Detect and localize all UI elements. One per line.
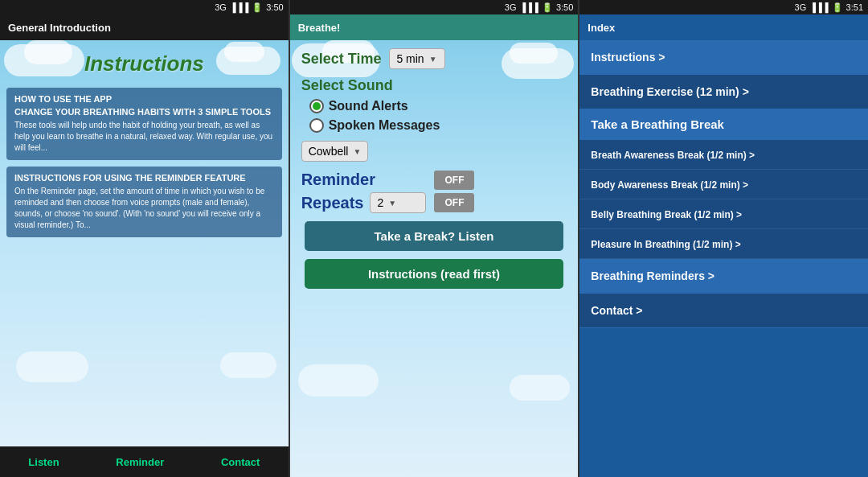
breath-awareness-item[interactable]: Breath Awareness Break (1/2 min) > [579, 140, 868, 170]
belly-breathing-item[interactable]: Belly Breathing Break (1/2 min) > [579, 199, 868, 229]
listen-button[interactable]: Listen [22, 453, 65, 471]
s2-main-content: Select Time 5 min ▼ Select Sound Sound A… [290, 40, 579, 297]
contact-button[interactable]: Contact [215, 453, 266, 471]
app-bar-3: Index [579, 14, 868, 40]
reminder-label: Reminder [301, 170, 427, 189]
s1-card1-body: These tools will help undo the habit of … [14, 120, 274, 154]
app-bar-2: Breathe! [290, 14, 579, 40]
time-3: 3:51 [846, 2, 863, 12]
s3-index-list: Instructions > Breathing Exercise (12 mi… [579, 40, 868, 477]
reminder-button[interactable]: Reminder [109, 453, 170, 471]
s1-card1-header: HOW TO USE THE APP [14, 94, 274, 104]
breath-awareness-label: Breath Awareness Break (1/2 min) > [591, 150, 755, 161]
instructions-button[interactable]: Instructions (read first) [305, 259, 564, 289]
pleasure-breathing-label: Pleasure In Breathing (1/2 min) > [591, 239, 740, 250]
select-sound-label: Select Sound [301, 77, 393, 93]
take-breathing-break-header: Take a Breathing Break [579, 109, 868, 140]
take-break-button[interactable]: Take a Break? Listen [305, 221, 564, 251]
sound-alerts-row[interactable]: Sound Alerts [309, 99, 567, 113]
screen2-bg: Select Time 5 min ▼ Select Sound Sound A… [290, 40, 579, 477]
pleasure-breathing-item[interactable]: Pleasure In Breathing (1/2 min) > [579, 229, 868, 259]
toggle-1[interactable]: OFF [434, 171, 474, 190]
contact-item[interactable]: Contact > [579, 294, 868, 328]
repeats-dropdown-arrow: ▼ [388, 199, 396, 208]
signal-icon-3: 3G [795, 2, 807, 12]
repeats-value: 2 [377, 196, 383, 209]
screen-1: 3G ▐▐▐ 🔋 3:50 General Introduction Instr… [0, 0, 289, 477]
time-dropdown[interactable]: 5 min ▼ [389, 48, 445, 69]
repeats-label: Repeats [301, 193, 364, 212]
reminder-label-block: Reminder Repeats 2 ▼ [301, 170, 427, 213]
status-bar-3: 3G ▐▐▐ 🔋 3:51 [579, 0, 868, 14]
breathing-reminders-item[interactable]: Breathing Reminders > [579, 259, 868, 294]
app-title-1: General Introduction [8, 22, 111, 34]
battery-icon-3: 🔋 [832, 2, 843, 13]
toggle-2[interactable]: OFF [434, 193, 474, 212]
time-dropdown-arrow: ▼ [429, 55, 437, 64]
spoken-messages-label: Spoken Messages [329, 118, 440, 133]
breathing-reminders-label: Breathing Reminders > [591, 269, 714, 282]
select-time-row: Select Time 5 min ▼ [301, 48, 567, 69]
signal-icon-2: 3G [505, 2, 517, 12]
status-bar-2: 3G ▐▐▐ 🔋 3:50 [290, 0, 579, 14]
belly-breathing-label: Belly Breathing Break (1/2 min) > [591, 209, 742, 220]
time-value: 5 min [396, 52, 424, 65]
s1-card-1: HOW TO USE THE APP CHANGE YOUR BREATHING… [6, 88, 282, 160]
screen1-bg: Instructions HOW TO USE THE APP CHANGE Y… [0, 40, 289, 446]
cowbell-dropdown-arrow: ▼ [353, 147, 361, 156]
spoken-messages-row[interactable]: Spoken Messages [309, 118, 567, 133]
repeats-dropdown[interactable]: 2 ▼ [370, 192, 426, 213]
index-breathing-exercise-item[interactable]: Breathing Exercise (12 min) > [579, 75, 868, 109]
select-time-label: Select Time [301, 51, 382, 68]
wifi-icon-2: ▐▐▐ [520, 2, 538, 12]
battery-icon-1: 🔋 [252, 2, 263, 13]
select-sound-section: Select Sound Sound Alerts Spoken Message… [301, 77, 567, 133]
s1-card-2: INSTRUCTIONS FOR USING THE REMINDER FEAT… [6, 167, 282, 237]
toggles-block: OFF OFF [434, 171, 474, 212]
sound-alerts-radio-inner [313, 102, 321, 110]
app-title-2: Breathe! [298, 22, 341, 34]
cowbell-dropdown[interactable]: Cowbell ▼ [301, 141, 369, 162]
contact-label: Contact > [591, 304, 642, 317]
s1-card2-body: On the Reminder page, set the amount of … [14, 186, 274, 231]
signal-icon-1: 3G [215, 2, 227, 12]
app-title-3: Index [588, 22, 615, 34]
index-breathing-exercise-label: Breathing Exercise (12 min) > [591, 85, 748, 98]
screen-3: 3G ▐▐▐ 🔋 3:51 Index Instructions > Breat… [578, 0, 868, 477]
reminder-repeats-section: Reminder Repeats 2 ▼ OFF OFF [301, 170, 567, 213]
body-awareness-label: Body Awareness Break (1/2 min) > [591, 179, 748, 191]
sound-alerts-label: Sound Alerts [329, 99, 408, 113]
sound-alerts-radio[interactable] [309, 99, 324, 113]
s1-title: Instructions [6, 51, 282, 76]
take-breathing-break-label: Take a Breathing Break [591, 117, 724, 131]
s1-card2-header: INSTRUCTIONS FOR USING THE REMINDER FEAT… [14, 173, 274, 183]
spoken-messages-radio[interactable] [309, 118, 324, 133]
cowbell-row: Cowbell ▼ [301, 141, 567, 162]
battery-icon-2: 🔋 [542, 2, 553, 13]
screen-2: 3G ▐▐▐ 🔋 3:50 Breathe! Select Time 5 min… [289, 0, 579, 477]
status-bar-1: 3G ▐▐▐ 🔋 3:50 [0, 0, 289, 14]
time-2: 3:50 [556, 2, 573, 12]
s1-main-content: Instructions HOW TO USE THE APP CHANGE Y… [0, 40, 289, 244]
wifi-icon-3: ▐▐▐ [809, 2, 828, 12]
index-instructions-label: Instructions > [591, 51, 665, 64]
s1-bottom-bar: Listen Reminder Contact [0, 446, 289, 477]
wifi-icon-1: ▐▐▐ [230, 2, 248, 12]
body-awareness-item[interactable]: Body Awareness Break (1/2 min) > [579, 170, 868, 199]
app-bar-1: General Introduction [0, 14, 289, 40]
index-instructions-item[interactable]: Instructions > [579, 40, 868, 75]
s1-card1-subheader: CHANGE YOUR BREATHING HABITS WITH 3 SIMP… [14, 107, 274, 117]
cowbell-label: Cowbell [309, 145, 349, 158]
time-1: 3:50 [266, 2, 283, 12]
